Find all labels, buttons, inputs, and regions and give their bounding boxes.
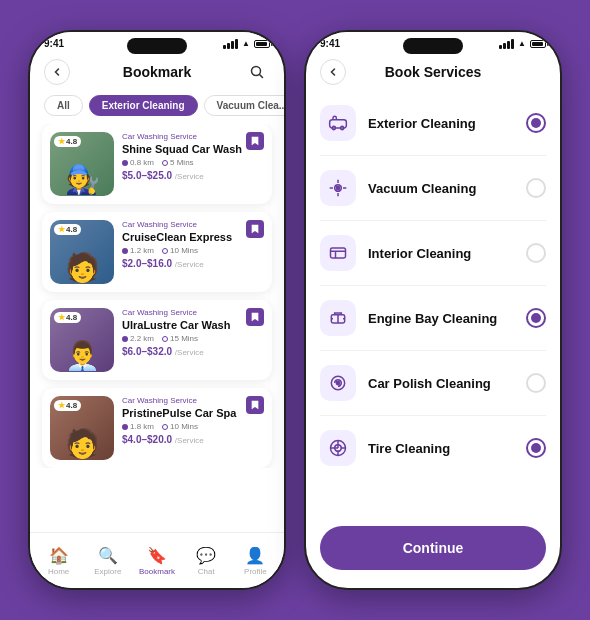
left-header: Bookmark	[30, 51, 284, 91]
nav-chat-label: Chat	[198, 567, 215, 576]
card-person-3: 👨‍💼	[65, 339, 100, 372]
card-meta-1: 0.8 km 5 Mins	[122, 158, 264, 167]
right-header: Book Services	[306, 51, 560, 91]
card-info-3: Car Washing Service UlraLustre Car Wash …	[122, 308, 264, 372]
card-img-1: 🧑‍🔧 ★ 4.8	[50, 132, 114, 196]
card-name-4: PristinePulse Car Spa	[122, 407, 264, 419]
service-icon-exterior	[320, 105, 356, 141]
continue-button[interactable]: Continue	[320, 526, 546, 570]
profile-icon: 👤	[245, 546, 265, 565]
page-title-right: Book Services	[385, 64, 482, 80]
nav-chat[interactable]: 💬 Chat	[182, 546, 231, 576]
explore-icon: 🔍	[98, 546, 118, 565]
card-img-2: 🧑 ★ 4.8	[50, 220, 114, 284]
back-button-left[interactable]	[44, 59, 70, 85]
card-info-4: Car Washing Service PristinePulse Car Sp…	[122, 396, 264, 460]
radio-0[interactable]	[526, 113, 546, 133]
status-icons-left: ▲	[223, 39, 270, 49]
nav-explore[interactable]: 🔍 Explore	[83, 546, 132, 576]
service-icon-vacuum	[320, 170, 356, 206]
filter-exterior[interactable]: Exterior Cleaning	[89, 95, 198, 116]
battery-icon-right	[530, 40, 546, 48]
service-name-4: Car Polish Cleaning	[368, 376, 514, 391]
wifi-icon: ▲	[242, 39, 250, 48]
nav-home[interactable]: 🏠 Home	[34, 546, 83, 576]
service-name-5: Tire Cleaning	[368, 441, 514, 456]
card-category-4: Car Washing Service	[122, 396, 264, 405]
service-row-1[interactable]: Vacuum Cleaning	[320, 156, 546, 221]
status-time-left: 9:41	[44, 38, 64, 49]
svg-point-10	[336, 381, 339, 384]
radio-4[interactable]	[526, 373, 546, 393]
svg-rect-7	[331, 248, 346, 258]
card-info-2: Car Washing Service CruiseClean Express …	[122, 220, 264, 284]
card-img-3: 👨‍💼 ★ 4.8	[50, 308, 114, 372]
service-icon-engine	[320, 300, 356, 336]
card-1[interactable]: 🧑‍🔧 ★ 4.8 Car Washing Service Shine Squa…	[42, 124, 272, 204]
home-icon: 🏠	[49, 546, 69, 565]
left-phone: 9:41 ▲ Bookmark All Exterior Cleaning	[28, 30, 286, 590]
service-icon-interior	[320, 235, 356, 271]
rating-badge-4: ★ 4.8	[54, 400, 81, 411]
services-list: Exterior Cleaning Vacuum Cleaning Interi…	[306, 91, 560, 480]
service-name-3: Engine Bay Cleaning	[368, 311, 514, 326]
card-meta-3: 2.2 km 15 Mins	[122, 334, 264, 343]
card-meta-2: 1.2 km 10 Mins	[122, 246, 264, 255]
card-name-2: CruiseClean Express	[122, 231, 264, 243]
service-name-0: Exterior Cleaning	[368, 116, 514, 131]
page-title-left: Bookmark	[123, 64, 191, 80]
card-person-2: 🧑	[65, 251, 100, 284]
bookmark-icon-4[interactable]	[246, 396, 264, 414]
nav-explore-label: Explore	[94, 567, 121, 576]
radio-1[interactable]	[526, 178, 546, 198]
card-person-4: 🧑	[65, 427, 100, 460]
signal-icon-right	[499, 39, 514, 49]
status-icons-right: ▲	[499, 39, 546, 49]
right-phone: 9:41 ▲ Book Services	[304, 30, 562, 590]
battery-icon	[254, 40, 270, 48]
filter-all[interactable]: All	[44, 95, 83, 116]
service-icon-polish	[320, 365, 356, 401]
bookmark-icon-3[interactable]	[246, 308, 264, 326]
service-row-0[interactable]: Exterior Cleaning	[320, 91, 546, 156]
card-price-1: $5.0–$25.0 /Service	[122, 170, 264, 181]
bookmark-icon-2[interactable]	[246, 220, 264, 238]
rating-badge-1: ★ 4.8	[54, 136, 81, 147]
bookmark-icon-1[interactable]	[246, 132, 264, 150]
nav-profile-label: Profile	[244, 567, 267, 576]
notch-left	[127, 38, 187, 54]
nav-bookmark-label: Bookmark	[139, 567, 175, 576]
card-category-1: Car Washing Service	[122, 132, 264, 141]
service-row-4[interactable]: Car Polish Cleaning	[320, 351, 546, 416]
service-icon-tire	[320, 430, 356, 466]
notch-right	[403, 38, 463, 54]
service-row-2[interactable]: Interior Cleaning	[320, 221, 546, 286]
nav-profile[interactable]: 👤 Profile	[231, 546, 280, 576]
status-time-right: 9:41	[320, 38, 340, 49]
back-button-right[interactable]	[320, 59, 346, 85]
card-2[interactable]: 🧑 ★ 4.8 Car Washing Service CruiseClean …	[42, 212, 272, 292]
service-row-3[interactable]: Engine Bay Cleaning	[320, 286, 546, 351]
chat-icon: 💬	[196, 546, 216, 565]
card-category-2: Car Washing Service	[122, 220, 264, 229]
service-name-2: Interior Cleaning	[368, 246, 514, 261]
card-4[interactable]: 🧑 ★ 4.8 Car Washing Service PristinePuls…	[42, 388, 272, 468]
radio-3[interactable]	[526, 308, 546, 328]
card-name-3: UlraLustre Car Wash	[122, 319, 264, 331]
nav-home-label: Home	[48, 567, 69, 576]
signal-icon	[223, 39, 238, 49]
rating-badge-3: ★ 4.8	[54, 312, 81, 323]
bottom-nav: 🏠 Home 🔍 Explore 🔖 Bookmark 💬 Chat 👤 Pro…	[30, 532, 284, 588]
filter-vacuum[interactable]: Vacuum Clea...	[204, 95, 284, 116]
search-button[interactable]	[244, 59, 270, 85]
card-3[interactable]: 👨‍💼 ★ 4.8 Car Washing Service UlraLustre…	[42, 300, 272, 380]
service-name-1: Vacuum Cleaning	[368, 181, 514, 196]
radio-5[interactable]	[526, 438, 546, 458]
filter-tabs: All Exterior Cleaning Vacuum Clea...	[30, 91, 284, 124]
card-price-2: $2.0–$16.0 /Service	[122, 258, 264, 269]
card-category-3: Car Washing Service	[122, 308, 264, 317]
nav-bookmark[interactable]: 🔖 Bookmark	[132, 546, 181, 576]
svg-line-1	[260, 75, 263, 78]
radio-2[interactable]	[526, 243, 546, 263]
service-row-5[interactable]: Tire Cleaning	[320, 416, 546, 480]
